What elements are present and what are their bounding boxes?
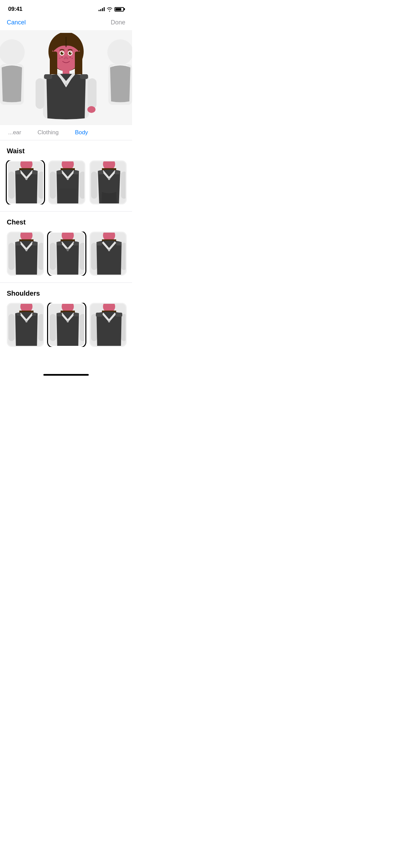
svg-rect-37 <box>15 171 21 174</box>
status-bar: 09:41 <box>0 0 132 16</box>
tab-headwear[interactable]: ...ear <box>7 125 23 140</box>
svg-rect-70 <box>57 242 62 245</box>
main-avatar <box>32 33 100 122</box>
svg-rect-87 <box>32 313 36 316</box>
chest-option-1[interactable] <box>7 232 44 276</box>
svg-rect-99 <box>91 314 97 341</box>
content-area: Waist <box>0 140 132 367</box>
tab-clothing[interactable]: Clothing <box>36 125 60 140</box>
svg-point-53 <box>108 178 110 180</box>
svg-rect-43 <box>80 172 85 199</box>
svg-point-15 <box>69 52 72 55</box>
shoulders-options <box>0 303 132 347</box>
chest-option-3[interactable] <box>89 232 127 276</box>
svg-point-101 <box>108 320 110 322</box>
chest-section: Chest <box>0 212 132 283</box>
svg-rect-75 <box>91 243 97 270</box>
svg-rect-55 <box>115 171 120 174</box>
svg-rect-100 <box>121 314 127 341</box>
svg-rect-23 <box>44 74 52 79</box>
svg-rect-60 <box>38 243 44 270</box>
svg-rect-76 <box>121 243 127 270</box>
waist-title: Waist <box>0 147 132 160</box>
shoulders-option-3[interactable] <box>89 303 127 347</box>
svg-rect-62 <box>15 242 21 245</box>
waist-option-1[interactable] <box>7 160 44 204</box>
svg-point-16 <box>70 52 71 53</box>
svg-point-7 <box>59 58 61 59</box>
shoulders-option-1[interactable] <box>7 303 44 347</box>
nav-bar: Cancel Done <box>0 16 132 30</box>
svg-rect-83 <box>8 314 15 341</box>
svg-rect-47 <box>59 189 76 204</box>
svg-point-28 <box>107 39 132 65</box>
home-indicator <box>43 374 89 376</box>
svg-rect-71 <box>73 242 79 245</box>
svg-rect-103 <box>115 313 122 317</box>
svg-rect-86 <box>17 313 21 316</box>
svg-point-36 <box>25 178 27 180</box>
svg-rect-34 <box>8 172 15 199</box>
chest-option-2[interactable] <box>48 232 85 276</box>
svg-rect-78 <box>97 242 102 245</box>
svg-rect-95 <box>73 313 79 316</box>
chest-options <box>0 232 132 276</box>
svg-rect-94 <box>57 313 62 316</box>
svg-rect-45 <box>57 171 62 174</box>
svg-point-77 <box>108 249 110 251</box>
svg-rect-67 <box>50 243 56 270</box>
svg-rect-26 <box>88 78 97 109</box>
svg-point-8 <box>69 57 71 58</box>
svg-point-44 <box>67 178 69 180</box>
svg-rect-52 <box>121 172 127 199</box>
svg-point-93 <box>67 320 69 322</box>
tab-bar: ...ear Clothing Body <box>0 125 132 140</box>
svg-rect-54 <box>98 171 103 174</box>
svg-rect-92 <box>80 314 85 341</box>
svg-rect-79 <box>116 242 122 245</box>
status-time: 09:41 <box>8 6 22 13</box>
svg-point-61 <box>25 249 27 251</box>
svg-point-17 <box>64 56 68 59</box>
waist-option-3[interactable] <box>89 160 127 204</box>
shoulders-title: Shoulders <box>0 290 132 303</box>
svg-rect-59 <box>8 243 15 270</box>
svg-rect-84 <box>38 314 44 341</box>
svg-rect-35 <box>38 172 44 199</box>
signal-icon <box>99 7 105 11</box>
waist-options <box>0 160 132 204</box>
status-icons <box>99 7 124 12</box>
svg-point-12 <box>61 52 64 55</box>
svg-rect-91 <box>50 314 56 341</box>
wifi-icon <box>107 7 112 12</box>
shoulders-section: Shoulders <box>0 283 132 354</box>
svg-point-13 <box>62 52 63 53</box>
svg-rect-42 <box>50 172 56 199</box>
svg-rect-68 <box>80 243 85 270</box>
waist-option-2[interactable] <box>48 160 85 204</box>
shoulders-option-2[interactable] <box>48 303 85 347</box>
avatar-side-right <box>102 37 132 118</box>
svg-rect-38 <box>32 171 38 174</box>
battery-icon <box>114 7 124 12</box>
svg-rect-51 <box>91 172 97 199</box>
svg-rect-24 <box>80 74 88 79</box>
svg-point-27 <box>87 106 96 113</box>
chest-title: Chest <box>0 218 132 232</box>
svg-point-0 <box>0 39 25 65</box>
avatar-side-left <box>0 37 30 118</box>
avatar-preview <box>0 30 132 125</box>
svg-rect-46 <box>73 171 79 174</box>
home-indicator-area <box>0 367 132 381</box>
svg-point-22 <box>65 83 67 85</box>
svg-point-10 <box>71 58 73 59</box>
tab-body[interactable]: Body <box>73 125 89 140</box>
svg-point-5 <box>61 57 63 58</box>
svg-rect-63 <box>32 242 38 245</box>
svg-rect-25 <box>36 78 44 109</box>
waist-section: Waist <box>0 140 132 212</box>
cancel-button[interactable]: Cancel <box>7 19 26 26</box>
svg-rect-102 <box>96 313 103 317</box>
done-button[interactable]: Done <box>111 19 125 26</box>
svg-point-85 <box>25 320 27 322</box>
